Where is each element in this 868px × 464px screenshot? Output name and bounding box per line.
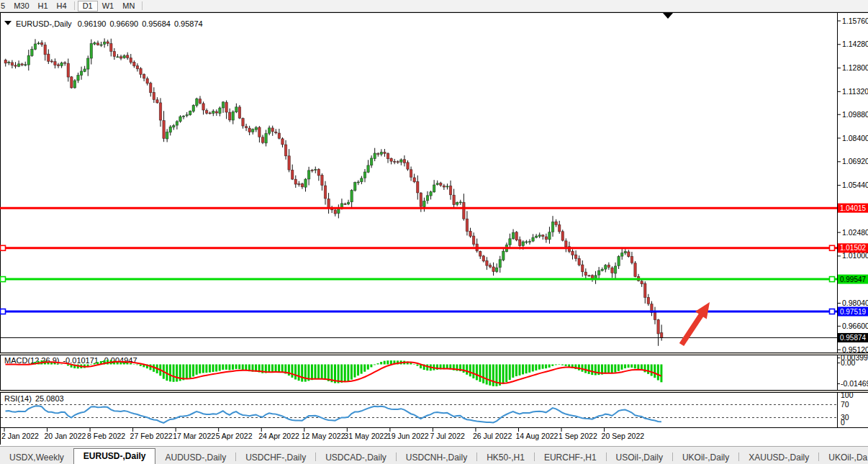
panel-splitter[interactable]	[0, 353, 868, 355]
candle-body	[601, 269, 604, 270]
candle-body	[433, 185, 435, 192]
candle-body	[397, 162, 399, 163]
date-axis-tick-label: 5 Apr 2022	[216, 432, 253, 440]
candle-body	[17, 64, 20, 67]
candle-body	[430, 192, 433, 196]
candle-body	[545, 237, 548, 240]
tab-hk50-h1[interactable]: HK50-,H1	[477, 450, 534, 464]
candle-body	[205, 111, 208, 114]
tab-usdcnh-daily[interactable]: USDCNH-,Daily	[397, 450, 476, 464]
tab-xauusd-daily[interactable]: XAUUSD-,Daily	[739, 450, 818, 464]
date-axis-tick-label: 19 Jun 2022	[387, 432, 429, 440]
tab-ukoil-da[interactable]: UKOil-,Da	[819, 450, 868, 464]
candle-body	[374, 153, 376, 159]
panel-splitter[interactable]	[0, 391, 868, 392]
candle-body	[363, 172, 366, 178]
candle-body	[361, 178, 363, 182]
candle-body	[176, 122, 178, 125]
candle-body	[182, 116, 185, 117]
candle-body	[248, 128, 251, 132]
candle-body	[641, 281, 643, 284]
hline-handle[interactable]	[1, 277, 6, 282]
candle-body	[156, 100, 159, 103]
candle-body	[574, 255, 577, 258]
candle-body	[499, 260, 502, 268]
candle-body	[189, 111, 191, 114]
tab-audusd-daily[interactable]: AUDUSD-,Daily	[155, 450, 235, 464]
candle-body	[186, 115, 189, 116]
chart-title: EURUSD-,Daily0.961900.966900.956840.9587…	[16, 19, 203, 28]
candle-body	[77, 75, 80, 80]
price-axis-tick-label: 0.96600	[842, 322, 868, 330]
candle-body	[614, 266, 617, 273]
price-axis-tick-label: 1.06920	[842, 157, 868, 165]
tab-ukoil-daily[interactable]: UKOil-,Daily	[673, 450, 738, 464]
tab-eurchf-h1[interactable]: EURCHF-,H1	[535, 450, 606, 464]
candle-body	[133, 62, 136, 65]
candle-body	[225, 102, 228, 112]
candle-body	[426, 196, 429, 201]
candle-body	[344, 204, 347, 204]
candle-body	[255, 127, 258, 129]
candle-body	[103, 42, 106, 44]
candle-body	[268, 128, 271, 134]
candle-body	[11, 63, 14, 65]
candle-body	[232, 112, 235, 121]
candle-body	[449, 186, 452, 194]
candle-body	[538, 235, 541, 237]
rsi-axis-tick-label: 0	[841, 418, 845, 427]
candle-body	[317, 169, 320, 176]
candle-body	[469, 231, 472, 236]
candle-body	[525, 242, 528, 242]
candle-body	[578, 258, 581, 265]
chart-plot-area[interactable]	[0, 12, 868, 445]
date-axis-tick-label: 26 Jul 2022	[473, 432, 512, 440]
candle-body	[334, 210, 337, 214]
tab-eurusd-daily[interactable]: EURUSD-,Daily	[73, 448, 156, 464]
candle-body	[150, 83, 153, 93]
hline-handle[interactable]	[830, 277, 835, 282]
candle-body	[532, 237, 535, 241]
candle-body	[403, 160, 406, 163]
candle-body	[548, 232, 551, 240]
candle-body	[196, 99, 199, 105]
rsi-axis-tick-label: 100	[841, 391, 854, 399]
candle-body	[459, 202, 462, 203]
chart-canvas[interactable]: MACD(12,26,9)-0.010171-0.004947 1.157601…	[0, 0, 868, 446]
price-axis-tick-label: 1.12800	[842, 63, 868, 72]
hline-handle[interactable]	[1, 309, 6, 314]
tab-usoil-daily[interactable]: USOil-,Daily	[607, 450, 672, 464]
candle-body	[436, 183, 439, 185]
candle-body	[571, 251, 574, 255]
hline-price-badge-label: 1.01502	[840, 244, 867, 252]
candle-body	[265, 134, 268, 143]
tab-usdchf-daily[interactable]: USDCHF-,Daily	[236, 450, 315, 464]
candle-body	[482, 256, 485, 261]
candle-body	[40, 43, 43, 45]
hline-handle[interactable]	[1, 245, 6, 250]
candle-body	[288, 156, 291, 170]
hline-handle[interactable]	[830, 309, 835, 314]
candle-body	[71, 77, 73, 88]
candle-body	[87, 58, 90, 69]
candle-body	[607, 265, 610, 267]
price-axis[interactable]: 1.157601.142801.128001.113201.098801.084…	[837, 17, 868, 354]
candle-body	[4, 60, 7, 63]
candle-body	[565, 241, 568, 247]
candle-body	[130, 58, 132, 62]
candle-body	[624, 252, 627, 253]
candle-body	[215, 112, 218, 113]
candle-body	[315, 170, 317, 170]
tab-usdx-weekly[interactable]: USDX,Weekly	[0, 450, 73, 464]
tab-usdcad-daily[interactable]: USDCAD-,Daily	[316, 450, 396, 464]
candle-body	[34, 44, 37, 49]
candle-body	[518, 240, 521, 246]
candle-body	[304, 179, 307, 187]
candle-body	[370, 158, 373, 165]
hline-handle[interactable]	[830, 245, 835, 250]
candle-body	[298, 184, 301, 185]
candle-body	[515, 232, 518, 240]
candle-body	[140, 68, 143, 74]
candle-body	[357, 182, 360, 183]
candle-body	[107, 42, 109, 43]
